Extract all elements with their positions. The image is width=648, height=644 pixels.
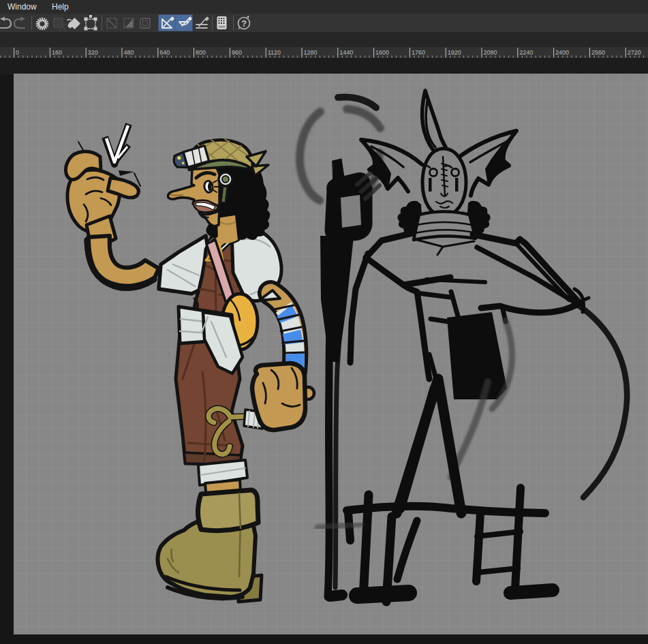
svg-text:1760: 1760 — [412, 49, 425, 56]
svg-text:2400: 2400 — [555, 49, 569, 56]
svg-text:?: ? — [241, 19, 247, 29]
svg-text:1920: 1920 — [448, 49, 461, 56]
svg-text:160: 160 — [52, 49, 62, 56]
svg-text:480: 480 — [124, 49, 134, 56]
svg-text:2240: 2240 — [519, 49, 533, 56]
svg-text:1280: 1280 — [304, 49, 318, 56]
svg-text:1600: 1600 — [375, 49, 389, 56]
svg-text:800: 800 — [196, 49, 206, 56]
svg-text:960: 960 — [232, 49, 242, 56]
svg-text:1120: 1120 — [268, 49, 281, 56]
svg-text:2720: 2720 — [628, 49, 641, 56]
svg-text:2080: 2080 — [484, 49, 497, 56]
svg-text:320: 320 — [88, 49, 98, 56]
svg-text:2560: 2560 — [591, 49, 605, 56]
svg-text:0: 0 — [16, 49, 19, 56]
svg-text:640: 640 — [159, 49, 170, 56]
svg-text:1440: 1440 — [339, 49, 353, 56]
